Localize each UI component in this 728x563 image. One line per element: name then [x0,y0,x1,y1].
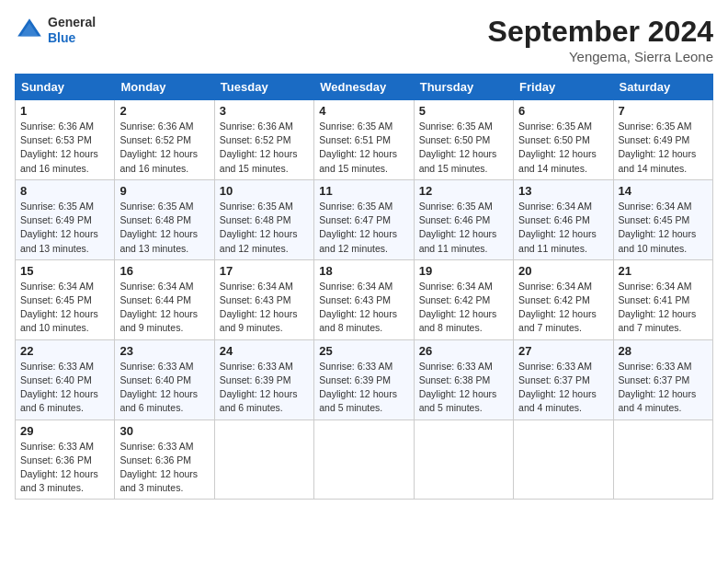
calendar-cell: 20Sunrise: 6:34 AMSunset: 6:42 PMDayligh… [514,259,613,339]
location-text: Yengema, Sierra Leone [488,49,713,64]
calendar-week-row: 8Sunrise: 6:35 AMSunset: 6:49 PMDaylight… [16,179,713,259]
calendar-cell [613,419,712,500]
day-info: Sunrise: 6:35 AMSunset: 6:50 PMDaylight:… [419,120,508,176]
day-info: Sunrise: 6:34 AMSunset: 6:42 PMDaylight:… [518,280,608,336]
day-info: Sunrise: 6:33 AMSunset: 6:40 PMDaylight:… [20,360,109,416]
day-number: 4 [319,104,408,118]
calendar-header-row: SundayMondayTuesdayWednesdayThursdayFrid… [16,75,713,100]
day-number: 27 [518,344,608,358]
calendar-cell [314,419,414,500]
day-number: 19 [419,264,508,278]
day-number: 21 [619,264,708,278]
calendar-cell: 6Sunrise: 6:35 AMSunset: 6:50 PMDaylight… [514,100,613,180]
calendar-week-row: 15Sunrise: 6:34 AMSunset: 6:45 PMDayligh… [16,259,713,339]
day-info: Sunrise: 6:33 AMSunset: 6:39 PMDaylight:… [220,360,309,416]
calendar-cell: 19Sunrise: 6:34 AMSunset: 6:42 PMDayligh… [414,259,513,339]
calendar-table: SundayMondayTuesdayWednesdayThursdayFrid… [15,74,713,500]
calendar-cell: 18Sunrise: 6:34 AMSunset: 6:43 PMDayligh… [314,259,414,339]
day-info: Sunrise: 6:35 AMSunset: 6:49 PMDaylight:… [20,200,109,256]
day-info: Sunrise: 6:34 AMSunset: 6:41 PMDaylight:… [619,280,708,336]
day-number: 2 [119,104,209,118]
calendar-cell: 13Sunrise: 6:34 AMSunset: 6:46 PMDayligh… [514,179,613,259]
logo-icon [15,16,44,45]
day-number: 16 [119,264,209,278]
calendar-cell: 17Sunrise: 6:34 AMSunset: 6:43 PMDayligh… [214,259,313,339]
calendar-cell: 3Sunrise: 6:36 AMSunset: 6:52 PMDaylight… [214,100,313,180]
day-number: 1 [20,104,109,118]
day-number: 8 [20,184,109,198]
calendar-cell: 5Sunrise: 6:35 AMSunset: 6:50 PMDaylight… [414,100,513,180]
day-info: Sunrise: 6:35 AMSunset: 6:49 PMDaylight:… [619,120,708,176]
column-header-sunday: Sunday [16,75,115,100]
day-info: Sunrise: 6:34 AMSunset: 6:42 PMDaylight:… [419,280,508,336]
day-info: Sunrise: 6:34 AMSunset: 6:45 PMDaylight:… [20,280,109,336]
title-block: September 2024 Yengema, Sierra Leone [488,15,713,64]
day-info: Sunrise: 6:34 AMSunset: 6:43 PMDaylight:… [220,280,309,336]
day-info: Sunrise: 6:35 AMSunset: 6:51 PMDaylight:… [319,120,408,176]
calendar-cell [214,419,313,500]
calendar-cell: 7Sunrise: 6:35 AMSunset: 6:49 PMDaylight… [613,100,712,180]
day-info: Sunrise: 6:35 AMSunset: 6:46 PMDaylight:… [419,200,508,256]
day-info: Sunrise: 6:35 AMSunset: 6:48 PMDaylight:… [220,200,309,256]
day-number: 13 [518,184,608,198]
calendar-cell: 25Sunrise: 6:33 AMSunset: 6:39 PMDayligh… [314,339,414,419]
day-info: Sunrise: 6:33 AMSunset: 6:37 PMDaylight:… [518,360,608,416]
day-info: Sunrise: 6:35 AMSunset: 6:47 PMDaylight:… [319,200,408,256]
calendar-cell: 8Sunrise: 6:35 AMSunset: 6:49 PMDaylight… [16,179,115,259]
day-number: 28 [619,344,708,358]
calendar-cell: 15Sunrise: 6:34 AMSunset: 6:45 PMDayligh… [16,259,115,339]
day-number: 17 [220,264,309,278]
column-header-thursday: Thursday [414,75,513,100]
day-info: Sunrise: 6:35 AMSunset: 6:48 PMDaylight:… [119,200,209,256]
day-number: 6 [518,104,608,118]
day-info: Sunrise: 6:34 AMSunset: 6:45 PMDaylight:… [619,200,708,256]
day-info: Sunrise: 6:33 AMSunset: 6:36 PMDaylight:… [20,440,109,496]
logo-blue-text: Blue [48,30,96,46]
day-number: 12 [419,184,508,198]
calendar-cell: 10Sunrise: 6:35 AMSunset: 6:48 PMDayligh… [214,179,313,259]
day-info: Sunrise: 6:33 AMSunset: 6:36 PMDaylight:… [119,440,209,496]
column-header-saturday: Saturday [613,75,712,100]
day-info: Sunrise: 6:33 AMSunset: 6:37 PMDaylight:… [619,360,708,416]
calendar-cell: 23Sunrise: 6:33 AMSunset: 6:40 PMDayligh… [115,339,214,419]
column-header-tuesday: Tuesday [214,75,313,100]
day-info: Sunrise: 6:36 AMSunset: 6:52 PMDaylight:… [220,120,309,176]
day-number: 26 [419,344,508,358]
day-info: Sunrise: 6:36 AMSunset: 6:52 PMDaylight:… [119,120,209,176]
logo: General Blue [15,15,96,46]
calendar-cell: 30Sunrise: 6:33 AMSunset: 6:36 PMDayligh… [115,419,214,500]
logo-general-text: General [48,15,96,30]
column-header-wednesday: Wednesday [314,75,414,100]
day-number: 14 [619,184,708,198]
calendar-week-row: 29Sunrise: 6:33 AMSunset: 6:36 PMDayligh… [16,419,713,500]
calendar-cell: 9Sunrise: 6:35 AMSunset: 6:48 PMDaylight… [115,179,214,259]
calendar-cell: 26Sunrise: 6:33 AMSunset: 6:38 PMDayligh… [414,339,513,419]
day-number: 15 [20,264,109,278]
calendar-cell [414,419,513,500]
column-header-monday: Monday [115,75,214,100]
page-header: General Blue September 2024 Yengema, Sie… [15,15,713,64]
calendar-cell: 21Sunrise: 6:34 AMSunset: 6:41 PMDayligh… [613,259,712,339]
day-info: Sunrise: 6:35 AMSunset: 6:50 PMDaylight:… [518,120,608,176]
day-number: 22 [20,344,109,358]
logo-text: General Blue [48,15,96,46]
day-number: 18 [319,264,408,278]
calendar-cell: 4Sunrise: 6:35 AMSunset: 6:51 PMDaylight… [314,100,414,180]
day-info: Sunrise: 6:33 AMSunset: 6:40 PMDaylight:… [119,360,209,416]
calendar-cell: 24Sunrise: 6:33 AMSunset: 6:39 PMDayligh… [214,339,313,419]
day-info: Sunrise: 6:36 AMSunset: 6:53 PMDaylight:… [20,120,109,176]
day-number: 25 [319,344,408,358]
calendar-cell [514,419,613,500]
day-number: 9 [119,184,209,198]
day-number: 23 [119,344,209,358]
day-info: Sunrise: 6:34 AMSunset: 6:43 PMDaylight:… [319,280,408,336]
day-info: Sunrise: 6:33 AMSunset: 6:39 PMDaylight:… [319,360,408,416]
calendar-cell: 22Sunrise: 6:33 AMSunset: 6:40 PMDayligh… [16,339,115,419]
day-number: 30 [119,424,209,438]
day-number: 5 [419,104,508,118]
column-header-friday: Friday [514,75,613,100]
calendar-cell: 28Sunrise: 6:33 AMSunset: 6:37 PMDayligh… [613,339,712,419]
calendar-cell: 12Sunrise: 6:35 AMSunset: 6:46 PMDayligh… [414,179,513,259]
calendar-week-row: 22Sunrise: 6:33 AMSunset: 6:40 PMDayligh… [16,339,713,419]
calendar-cell: 11Sunrise: 6:35 AMSunset: 6:47 PMDayligh… [314,179,414,259]
